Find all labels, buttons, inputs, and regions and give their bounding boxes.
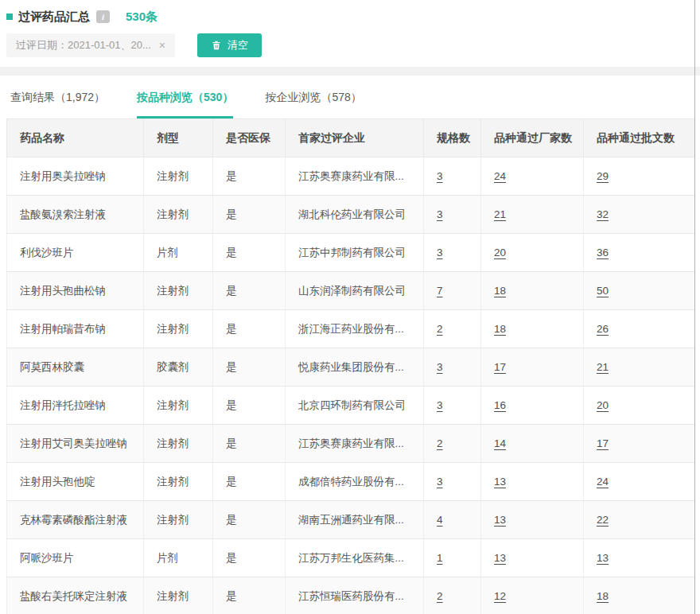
count-link[interactable]: 3 <box>437 208 443 220</box>
first-company-cell: 成都倍特药业股份有... <box>286 463 424 501</box>
count-link[interactable]: 16 <box>494 399 506 411</box>
first-company-cell: 湖北科伦药业有限公司 <box>286 196 424 234</box>
count-link[interactable]: 21 <box>494 208 506 220</box>
count-link[interactable]: 2 <box>437 437 443 449</box>
count-link[interactable]: 2 <box>437 323 443 335</box>
total-count-badge: 530条 <box>126 10 158 25</box>
drug-name-cell: 注射用泮托拉唑钠 <box>7 387 144 425</box>
page: 过评药品汇总 i 530条 过评日期：2021-01-01、20... × 清空… <box>0 0 695 614</box>
spec-count-cell: 2 <box>424 310 481 348</box>
trash-icon <box>211 40 222 51</box>
count-link[interactable]: 20 <box>494 247 506 258</box>
table-row: 注射用头孢曲松钠注射剂是山东润泽制药有限公司71850 <box>7 272 695 310</box>
manufacturer-count-cell: 20 <box>481 234 584 272</box>
manufacturer-count-cell: 13 <box>481 539 584 577</box>
manufacturer-count-cell: 18 <box>481 272 584 310</box>
medicare-cell: 是 <box>213 387 286 425</box>
count-link[interactable]: 13 <box>494 514 506 526</box>
first-company-cell: 江苏恒瑞医药股份有... <box>286 577 424 614</box>
approval-count-cell: 50 <box>584 272 695 310</box>
count-link[interactable]: 24 <box>597 476 609 488</box>
summary-header: 过评药品汇总 i 530条 过评日期：2021-01-01、20... × 清空 <box>0 0 695 67</box>
table-row: 盐酸氨溴索注射液注射剂是湖北科伦药业有限公司32132 <box>7 196 695 234</box>
filter-row: 过评日期：2021-01-01、20... × 清空 <box>6 33 686 57</box>
count-link[interactable]: 7 <box>437 285 443 297</box>
count-link[interactable]: 21 <box>597 361 609 373</box>
first-company-cell: 江苏万邦生化医药集... <box>286 539 424 577</box>
drug-name-cell: 克林霉素磷酸酯注射液 <box>7 501 144 539</box>
medicare-cell: 是 <box>213 539 286 577</box>
approval-count-cell: 36 <box>584 234 695 272</box>
section-divider <box>0 67 700 76</box>
first-company-cell: 北京四环制药有限公司 <box>286 387 424 425</box>
dosage-form-cell: 注射剂 <box>144 577 213 614</box>
count-link[interactable]: 3 <box>437 476 443 488</box>
first-company-cell: 悦康药业集团股份有... <box>286 348 424 387</box>
manufacturer-count-cell: 12 <box>481 577 584 614</box>
title-row: 过评药品汇总 i 530条 <box>6 8 686 25</box>
table-row: 注射用奥美拉唑钠注射剂是江苏奥赛康药业有限...32429 <box>7 157 695 196</box>
manufacturer-count-cell: 21 <box>481 196 584 234</box>
table-body: 注射用奥美拉唑钠注射剂是江苏奥赛康药业有限...32429盐酸氨溴索注射液注射剂… <box>7 157 695 614</box>
drug-table: 药品名称 剂型 是否医保 首家过评企业 规格数 品种通过厂家数 品种通过批文数 … <box>6 119 695 614</box>
medicare-cell: 是 <box>213 234 286 272</box>
clear-button[interactable]: 清空 <box>197 33 262 57</box>
drug-name-cell: 利伐沙班片 <box>7 234 144 272</box>
count-link[interactable]: 26 <box>597 323 609 335</box>
dosage-form-cell: 注射剂 <box>144 501 213 539</box>
first-company-cell: 湖南五洲通药业有限... <box>286 501 424 539</box>
count-link[interactable]: 4 <box>437 514 443 526</box>
count-link[interactable]: 12 <box>494 590 506 602</box>
count-link[interactable]: 24 <box>494 170 506 182</box>
count-link[interactable]: 29 <box>597 170 609 182</box>
count-link[interactable]: 14 <box>494 437 506 449</box>
count-link[interactable]: 20 <box>597 399 609 411</box>
tab-bar: 查询结果（1,972） 按品种浏览（530） 按企业浏览（578） <box>0 76 695 119</box>
drug-name-cell: 盐酸氨溴索注射液 <box>7 196 144 234</box>
table-header: 药品名称 剂型 是否医保 首家过评企业 规格数 品种通过厂家数 品种通过批文数 <box>7 119 695 157</box>
spec-count-cell: 1 <box>424 539 481 577</box>
count-link[interactable]: 17 <box>494 361 506 373</box>
first-company-cell: 浙江海正药业股份有... <box>286 310 424 348</box>
dosage-form-cell: 注射剂 <box>144 425 213 463</box>
count-link[interactable]: 13 <box>494 476 506 488</box>
first-company-cell: 山东润泽制药有限公司 <box>286 272 424 310</box>
count-link[interactable]: 3 <box>437 247 443 258</box>
tab-by-variety[interactable]: 按品种浏览（530） <box>137 76 233 119</box>
count-link[interactable]: 3 <box>437 170 443 182</box>
spec-count-cell: 3 <box>424 234 481 272</box>
approval-count-cell: 29 <box>584 157 695 196</box>
tab-by-company[interactable]: 按企业浏览（578） <box>265 76 361 119</box>
info-icon[interactable]: i <box>96 10 110 23</box>
medicare-cell: 是 <box>213 157 286 196</box>
count-link[interactable]: 2 <box>437 590 443 602</box>
count-link[interactable]: 3 <box>437 361 443 373</box>
manufacturer-count-cell: 16 <box>481 387 584 425</box>
chip-close-icon[interactable]: × <box>159 39 165 52</box>
medicare-cell: 是 <box>213 501 286 539</box>
medicare-cell: 是 <box>213 463 286 501</box>
first-company-cell: 江苏奥赛康药业有限... <box>286 157 424 196</box>
count-link[interactable]: 18 <box>494 285 506 297</box>
count-link[interactable]: 17 <box>597 437 609 449</box>
medicare-cell: 是 <box>213 425 286 463</box>
count-link[interactable]: 13 <box>597 552 609 564</box>
count-link[interactable]: 1 <box>437 552 443 564</box>
drug-name-cell: 注射用头孢曲松钠 <box>7 272 144 310</box>
dosage-form-cell: 胶囊剂 <box>144 348 213 387</box>
tab-query-results[interactable]: 查询结果（1,972） <box>10 76 105 119</box>
count-link[interactable]: 13 <box>494 552 506 564</box>
count-link[interactable]: 22 <box>597 514 609 526</box>
count-link[interactable]: 18 <box>494 323 506 335</box>
page-title: 过评药品汇总 <box>18 10 90 25</box>
drug-table-container: 药品名称 剂型 是否医保 首家过评企业 规格数 品种通过厂家数 品种通过批文数 … <box>6 119 694 614</box>
count-link[interactable]: 3 <box>437 399 443 411</box>
approval-count-cell: 20 <box>584 387 695 425</box>
count-link[interactable]: 36 <box>597 247 609 258</box>
count-link[interactable]: 32 <box>597 208 609 220</box>
date-filter-chip: 过评日期：2021-01-01、20... × <box>6 33 175 57</box>
first-company-cell: 江苏奥赛康药业有限... <box>286 425 424 463</box>
count-link[interactable]: 50 <box>597 285 609 297</box>
spec-count-cell: 3 <box>424 157 481 196</box>
count-link[interactable]: 18 <box>597 590 609 602</box>
